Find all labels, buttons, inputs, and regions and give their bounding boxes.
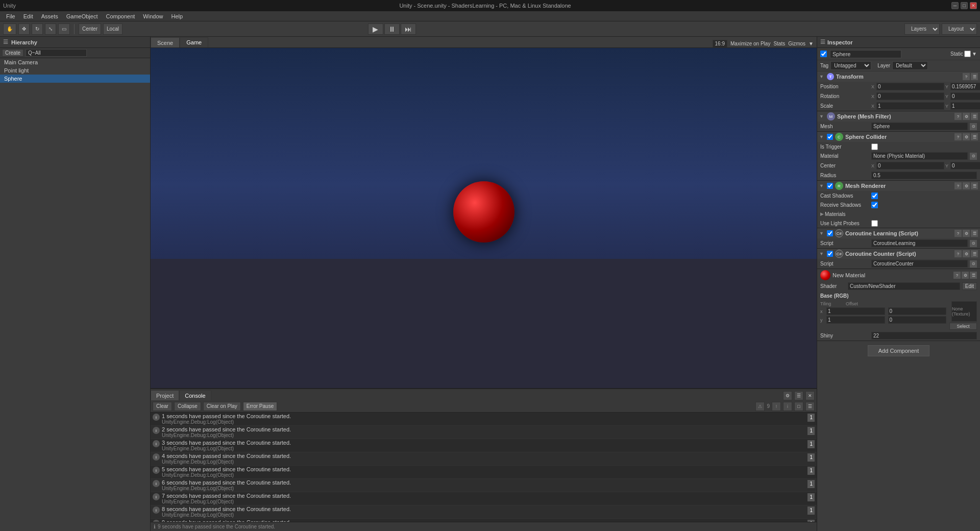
mesh-filter-help-icon[interactable]: ? [954, 113, 962, 120]
collapse-all-icon[interactable]: □ [794, 402, 803, 411]
console-settings-icon[interactable]: ⚙ [783, 391, 792, 400]
log-entry[interactable]: i 7 seconds have passed since the Corout… [151, 492, 817, 505]
add-component-btn[interactable]: Add Component [868, 345, 930, 356]
script1-input[interactable] [871, 239, 968, 247]
layout-dropdown[interactable]: Layout [942, 23, 977, 35]
hierarchy-item-maincamera[interactable]: Main Camera [0, 58, 150, 66]
scene-tab[interactable]: Scene [151, 37, 180, 47]
menu-window[interactable]: Window [139, 12, 167, 20]
transform-header[interactable]: ▼ T Transform ? ☰ [817, 71, 980, 82]
console-close-icon[interactable]: ✕ [805, 391, 815, 400]
rect-tool-btn[interactable]: ▭ [58, 23, 70, 35]
maximize-on-play-btn[interactable]: Maximize on Play [730, 41, 770, 46]
log-entry[interactable]: i 5 seconds have passed since the Corout… [151, 466, 817, 479]
sphere-collider-header[interactable]: ▼ C Sphere Collider ? ⚙ ☰ [817, 132, 980, 142]
coroutine-counter-settings-icon[interactable]: ⚙ [963, 250, 970, 257]
gizmos-dropdown-icon[interactable]: ▼ [808, 41, 814, 46]
transform-settings-icon[interactable]: ? [963, 73, 970, 80]
object-active-checkbox[interactable] [820, 51, 827, 57]
move-tool-btn[interactable]: ✥ [18, 23, 30, 35]
menu-help[interactable]: Help [167, 12, 187, 20]
static-checkbox[interactable] [964, 51, 971, 57]
cast-shadows-checkbox[interactable] [871, 192, 878, 199]
console-menu-icon[interactable]: ☰ [794, 391, 803, 400]
script2-select-icon[interactable]: ⊙ [970, 260, 977, 268]
texture-none-box[interactable]: None (Texture) [951, 301, 977, 322]
hierarchy-search[interactable] [26, 49, 87, 57]
rotation-x-input[interactable] [876, 92, 944, 100]
center-x-input[interactable] [876, 162, 944, 170]
menu-edit[interactable]: Edit [19, 12, 37, 20]
gizmos-btn[interactable]: Gizmos [788, 41, 805, 46]
position-y-input[interactable] [950, 83, 980, 90]
error-pause-btn[interactable]: Error Pause [243, 402, 277, 411]
receive-shadows-checkbox[interactable] [871, 202, 878, 208]
shiny-input[interactable] [871, 332, 977, 340]
project-tab[interactable]: Project [151, 390, 179, 400]
hierarchy-item-pointlight[interactable]: Point light [0, 66, 150, 75]
trigger-checkbox[interactable] [871, 143, 878, 150]
rotation-y-input[interactable] [950, 92, 980, 100]
collider-material-select-icon[interactable]: ⊙ [970, 153, 977, 160]
hierarchy-create-btn[interactable]: Create [2, 49, 23, 57]
material-menu-icon[interactable]: ☰ [970, 272, 977, 279]
coroutine-learning-enabled[interactable] [827, 230, 833, 236]
menu-gameobject[interactable]: GameObject [62, 12, 102, 20]
tag-select[interactable]: Untagged [830, 61, 871, 70]
log-entry[interactable]: i 3 seconds have passed since the Corout… [151, 439, 817, 452]
material-settings-icon[interactable]: ⚙ [962, 272, 969, 279]
static-dropdown-icon[interactable]: ▼ [972, 51, 977, 57]
sphere-collider-help-icon[interactable]: ? [954, 133, 962, 140]
pivot-btn[interactable]: Center [79, 23, 101, 35]
log-entry[interactable]: i 8 seconds have passed since the Corout… [151, 505, 817, 519]
scale-tool-btn[interactable]: ⤡ [45, 23, 56, 35]
center-y-input[interactable] [950, 162, 980, 170]
coroutine-learning-settings-icon[interactable]: ⚙ [963, 230, 970, 237]
collider-material-input[interactable] [871, 152, 968, 160]
script2-input[interactable] [871, 260, 968, 268]
aspect-selector[interactable]: 16:9 [713, 40, 727, 47]
scale-y-input[interactable] [950, 102, 980, 110]
minimize-btn[interactable]: ─ [951, 2, 959, 9]
materials-collapse-icon[interactable]: ▶ [820, 211, 824, 216]
sphere-collider-enabled[interactable] [827, 134, 833, 140]
mesh-select-icon[interactable]: ⊙ [970, 123, 977, 130]
collapse-btn[interactable]: Collapse [174, 402, 201, 411]
tiling-x-input[interactable] [826, 307, 885, 315]
log-entry[interactable]: i 4 seconds have passed since the Corout… [151, 452, 817, 466]
scale-x-input[interactable] [876, 102, 944, 110]
offset-y-input[interactable] [888, 316, 947, 324]
play-btn[interactable]: ▶ [368, 23, 383, 35]
mesh-input[interactable] [871, 123, 968, 130]
coroutine-learning-header[interactable]: ▼ C# Coroutine Learning (Script) ? ⚙ ☰ [817, 228, 980, 238]
shader-input[interactable] [848, 282, 960, 290]
radius-input[interactable] [871, 172, 977, 179]
pause-btn[interactable]: ⏸ [384, 23, 400, 35]
shader-edit-btn[interactable]: Edit [962, 282, 977, 290]
material-help-icon[interactable]: ? [953, 272, 961, 279]
log-entry[interactable]: i 2 seconds have passed since the Corout… [151, 426, 817, 439]
mesh-renderer-settings-icon[interactable]: ⚙ [963, 182, 970, 189]
console-tab[interactable]: Console [179, 390, 211, 400]
offset-x-input[interactable] [888, 307, 947, 315]
script1-select-icon[interactable]: ⊙ [970, 240, 977, 247]
coroutine-counter-menu-icon[interactable]: ☰ [971, 250, 978, 257]
menu-file[interactable]: File [2, 12, 19, 20]
console-menu2-icon[interactable]: ☰ [805, 402, 815, 411]
tiling-y-input[interactable] [826, 316, 885, 324]
mesh-renderer-enabled[interactable] [827, 183, 833, 189]
hand-tool-btn[interactable]: ✋ [3, 23, 16, 35]
clear-on-play-btn[interactable]: Clear on Play [203, 402, 241, 411]
maximize-btn[interactable]: □ [961, 2, 968, 9]
menu-assets[interactable]: Assets [37, 12, 62, 20]
coroutine-learning-menu-icon[interactable]: ☰ [971, 230, 978, 237]
object-name-input[interactable] [830, 50, 901, 58]
clear-btn[interactable]: Clear [153, 402, 172, 411]
coroutine-counter-header[interactable]: ▼ C# Coroutine Counter (Script) ? ⚙ ☰ [817, 249, 980, 259]
game-tab[interactable]: Game [180, 37, 208, 47]
transform-menu-icon[interactable]: ☰ [971, 73, 978, 80]
space-btn[interactable]: Local [103, 23, 122, 35]
mesh-filter-header[interactable]: ▼ M Sphere (Mesh Filter) ? ⚙ ☰ [817, 111, 980, 122]
layer-select[interactable]: Default [892, 61, 928, 70]
log-entry[interactable]: i 1 seconds have passed since the Corout… [151, 413, 817, 426]
